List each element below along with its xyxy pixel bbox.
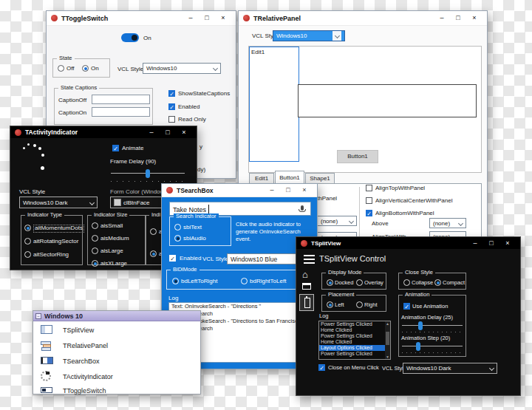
radio-aitrotatingsector[interactable] xyxy=(24,238,31,245)
radio-sbitext[interactable] xyxy=(174,224,181,230)
maximize-icon[interactable]: □ xyxy=(160,129,176,136)
minimize-icon[interactable]: – xyxy=(143,129,160,136)
aitmomentumdots-label: aitMomentumDots xyxy=(33,225,84,233)
animation-step-slider[interactable] xyxy=(402,342,463,354)
splitview-window: TSplitView – □ × TSplitView Control ⌂ Di… xyxy=(296,236,521,396)
readonly-checkbox[interactable] xyxy=(168,116,175,123)
maximize-icon[interactable]: □ xyxy=(280,187,296,194)
relativepanel-titlebar[interactable]: TRelativePanel – □ × xyxy=(239,11,487,26)
close-icon[interactable]: × xyxy=(296,187,313,194)
log-item[interactable]: Power Settings Clicked xyxy=(319,351,385,357)
radio-aislarge[interactable] xyxy=(92,247,98,254)
activityindicator-titlebar[interactable]: TActivityIndicator – □ × xyxy=(10,126,197,138)
minimize-icon[interactable]: – xyxy=(467,240,483,247)
captionoff-input[interactable] xyxy=(92,95,150,104)
edit1-box[interactable]: Edit1 xyxy=(249,47,299,162)
radio-bdlefttoright[interactable] xyxy=(172,278,179,284)
log-item-selected[interactable]: Layout Options Clicked xyxy=(319,345,385,351)
log-item[interactable]: Power Settings Clicked xyxy=(319,333,385,339)
splitview-titlebar[interactable]: TSplitView – □ × xyxy=(296,237,520,249)
compact-label: Compact xyxy=(443,280,465,286)
radio-collapse[interactable] xyxy=(403,279,410,286)
slider-thumb[interactable] xyxy=(416,342,420,351)
slider-thumb[interactable] xyxy=(146,169,150,178)
log-listbox[interactable]: Power Settings Clicked Home Clicked Powe… xyxy=(318,321,391,360)
window-title: TActivityIndicator xyxy=(25,129,78,136)
alignverticalcenter-checkbox[interactable] xyxy=(366,197,372,204)
toggleswitch-titlebar[interactable]: TToggleSwitch – □ × xyxy=(47,11,236,26)
scroll-up-icon[interactable]: ▲ xyxy=(386,321,389,326)
radio-third-2[interactable] xyxy=(150,250,157,257)
radio-left[interactable] xyxy=(327,301,333,308)
list-header[interactable]: − Windows 10 xyxy=(33,311,200,321)
vcl-style-dropdown[interactable]: Windows10 xyxy=(273,30,345,41)
minimize-icon[interactable]: – xyxy=(434,15,450,21)
home-icon[interactable]: ⌂ xyxy=(302,270,308,279)
showstatecaptions-checkbox[interactable] xyxy=(168,90,175,97)
maximize-icon[interactable]: □ xyxy=(450,15,466,21)
radio-bdrighttoleft[interactable] xyxy=(241,278,248,284)
close-icon[interactable]: × xyxy=(466,15,482,21)
maximize-icon[interactable]: □ xyxy=(483,240,499,247)
tab-shape1[interactable]: Shape1 xyxy=(305,173,335,184)
close-icon[interactable]: × xyxy=(176,129,192,136)
button1[interactable]: Button1 xyxy=(337,150,378,163)
radio-on[interactable] xyxy=(82,65,89,72)
log-item[interactable]: Home Clicked xyxy=(319,327,385,333)
scroll-down-icon[interactable]: ▼ xyxy=(386,355,389,359)
vcl-style-value: Windows10 xyxy=(146,65,177,72)
component-list-window: − Windows 10 TSplitView TRelativePanel T… xyxy=(33,310,201,394)
tab-button1[interactable]: Button1 xyxy=(275,171,304,184)
radio-off[interactable] xyxy=(58,65,64,72)
vcl-style-dropdown[interactable]: Windows10 Dark xyxy=(403,363,497,374)
slider-thumb[interactable] xyxy=(418,321,423,330)
radio-sbiaudio[interactable] xyxy=(174,235,181,242)
aligntopwithpanel-checkbox[interactable] xyxy=(366,185,372,191)
maximize-icon[interactable]: □ xyxy=(199,15,215,21)
radio-third-1[interactable] xyxy=(150,228,157,235)
left-dropdown-1[interactable]: (none) xyxy=(317,216,357,226)
minimize-icon[interactable]: – xyxy=(264,187,280,194)
app-icon xyxy=(243,15,250,21)
edit2-box[interactable] xyxy=(298,84,477,117)
scroll-thumb[interactable] xyxy=(386,332,389,345)
use-animation-checkbox[interactable] xyxy=(403,303,410,310)
microphone-icon[interactable] xyxy=(299,205,306,212)
radio-aitsectorring[interactable] xyxy=(24,251,31,258)
scrollbar[interactable]: ▲ ▼ xyxy=(385,321,390,359)
close-icon[interactable]: × xyxy=(215,15,231,21)
radio-aissmall[interactable] xyxy=(92,222,98,229)
vcl-style-dropdown[interactable]: Windows10 xyxy=(143,63,221,74)
above-dropdown[interactable]: (none) xyxy=(429,218,466,228)
log-label: Log xyxy=(168,295,178,302)
radio-aismedium[interactable] xyxy=(92,235,98,242)
close-icon[interactable]: × xyxy=(499,240,516,247)
collapse-icon[interactable]: − xyxy=(35,313,41,319)
tab-edit1[interactable]: Edit1 xyxy=(249,173,274,184)
vcl-style-dropdown[interactable]: Windows10 Dark xyxy=(19,197,98,208)
toggle-switch[interactable] xyxy=(121,33,139,42)
hamburger-menu-icon[interactable] xyxy=(304,255,315,264)
minimize-icon[interactable]: – xyxy=(183,15,199,21)
animate-checkbox[interactable] xyxy=(112,145,119,151)
radio-docked[interactable] xyxy=(327,279,333,286)
window-layout-icon[interactable] xyxy=(302,283,311,290)
searchbox-titlebar[interactable]: TSearchBox – □ × xyxy=(162,184,317,197)
log-item[interactable]: Home Clicked xyxy=(319,339,385,345)
radio-overlay[interactable] xyxy=(356,279,363,286)
frame-delay-slider[interactable] xyxy=(111,169,185,182)
enabled-checkbox[interactable] xyxy=(169,255,176,262)
radio-aitmomentumdots[interactable] xyxy=(24,225,31,231)
captionon-input[interactable] xyxy=(92,107,150,117)
alignbottomwithpanel-checkbox[interactable] xyxy=(366,210,372,216)
close-on-menu-checkbox[interactable] xyxy=(318,364,325,371)
enabled-checkbox[interactable] xyxy=(168,103,175,110)
sbiaudio-label: sbiAudio xyxy=(183,236,206,242)
log-item[interactable]: Power Settings Clicked xyxy=(319,321,385,327)
animation-delay-slider[interactable] xyxy=(402,321,463,333)
radio-compact[interactable] xyxy=(434,279,441,286)
radio-right[interactable] xyxy=(356,301,363,308)
power-settings-icon[interactable] xyxy=(299,294,314,311)
radio-on-label: On xyxy=(91,66,99,72)
radio-aisxlarge[interactable] xyxy=(92,260,98,267)
